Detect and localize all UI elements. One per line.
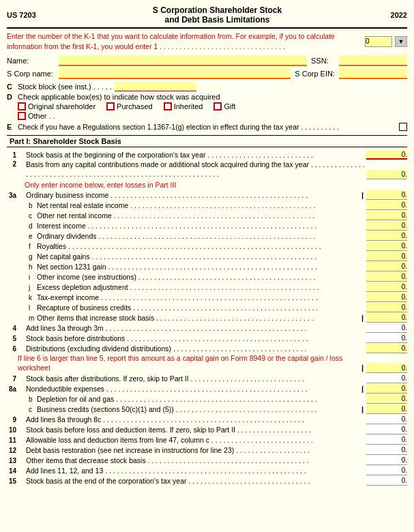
k1-number-input[interactable] [365, 36, 392, 47]
row-3a-input[interactable] [366, 190, 407, 200]
row-8b-input[interactable] [366, 394, 407, 404]
row-9-num: 9 [7, 416, 16, 424]
scorp-name-input[interactable] [59, 68, 291, 79]
row-3b-sub: b [29, 202, 35, 209]
row-3k-input[interactable] [366, 293, 407, 302]
row-3m-pipe: | [361, 314, 364, 322]
row-3l-input[interactable] [366, 303, 407, 312]
row-8b: b Depletion for oil and gas . . . . . . … [18, 394, 407, 404]
row-15-label: Stock basis at the end of the corporatio… [26, 477, 365, 486]
row-6-input[interactable] [366, 344, 407, 353]
row-3f: f Royalties . . . . . . . . . . . . . . … [18, 241, 407, 251]
row-3j-sub: j [29, 284, 35, 291]
row-3k: k Tax-exempt income . . . . . . . . . . … [18, 293, 407, 302]
checkbox-original-label: Original shareholder [28, 102, 95, 110]
row-10: 10 Stock basis before loss and deduction… [7, 425, 407, 434]
checkbox-other[interactable]: Other . . [18, 112, 55, 120]
checkbox-other-label: Other . . [28, 112, 55, 120]
section-e-text: Check if you have a Regulations section … [18, 123, 396, 131]
row-8c-input[interactable] [366, 404, 407, 414]
capital-gain-input[interactable] [366, 364, 407, 373]
row-15-num: 15 [7, 477, 16, 485]
row-3e-sub: e [29, 233, 35, 240]
row-3i-input[interactable] [366, 272, 407, 282]
row-8c-sub: c [29, 406, 35, 413]
income-notice-row: Only enter income below, enter losses in… [25, 180, 407, 190]
row-3m: m Other items that increase stock basis … [18, 313, 407, 323]
section-d-label: D [7, 93, 15, 101]
row-7-input[interactable] [366, 374, 407, 383]
section-c-label: C [7, 83, 15, 91]
row-2: 2 Basis from any capital contributions m… [7, 160, 407, 179]
row-3h-input[interactable] [366, 262, 407, 271]
row-9-input[interactable] [366, 415, 407, 424]
row-1-num: 1 [7, 151, 16, 159]
row-14-input[interactable] [366, 466, 407, 475]
checkbox-original-box[interactable] [18, 102, 26, 110]
row-3l-label: Recapture of business credits . . . . . … [37, 304, 365, 312]
section-e-label: E [7, 123, 15, 131]
row-3j-input[interactable] [366, 282, 407, 292]
row-1-input[interactable] [366, 150, 407, 160]
row-1-label: Stock basis at the beginning of the corp… [26, 151, 365, 160]
row-3g-input[interactable] [366, 252, 407, 261]
row-10-input[interactable] [366, 425, 407, 434]
row-3l: l Recapture of business credits . . . . … [18, 303, 407, 312]
row-3e-input[interactable] [366, 231, 407, 241]
row-3j: j Excess depletion adjustment . . . . . … [18, 282, 407, 292]
row-4-input[interactable] [366, 323, 407, 333]
section-e-checkbox[interactable] [399, 123, 407, 131]
scorp-name-row: S Corp name: S Corp EIN: [7, 68, 407, 79]
row-3a-num: 3a [7, 192, 16, 199]
row-3a: 3a Ordinary business income . . . . . . … [7, 190, 407, 200]
row-3h-label: Net section 1231 gain . . . . . . . . . … [37, 263, 365, 271]
checkbox-gift-box[interactable] [213, 102, 222, 110]
checkbox-original[interactable]: Original shareholder [18, 102, 95, 110]
part1-header: Part I: Shareholder Stock Basis [7, 135, 407, 147]
row-14-label: Add lines 11, 12, and 13 . . . . . . . .… [26, 467, 365, 475]
row-5: 5 Stock basis before distributions . . .… [7, 334, 407, 343]
row-2-input[interactable] [366, 170, 407, 179]
form-title: S Corporation Shareholder Stock and Debt… [55, 5, 380, 25]
row-2-num: 2 [7, 160, 16, 168]
row-3f-sub: f [29, 243, 35, 250]
row-13-input[interactable] [366, 456, 407, 465]
row-4-num: 4 [7, 325, 16, 332]
row-8a-input[interactable] [366, 384, 407, 394]
row-5-input[interactable] [366, 334, 407, 343]
name-input[interactable] [59, 55, 307, 66]
row-7-label: Stock basis after distributions. If zero… [26, 374, 365, 383]
row-5-label: Stock basis before distributions . . . .… [26, 334, 365, 343]
checkbox-inherited[interactable]: Inherited [164, 102, 203, 110]
checkbox-other-box[interactable] [18, 112, 26, 120]
row-6-label: Distributions (excluding dividend distri… [26, 344, 365, 353]
row-3m-input[interactable] [366, 313, 407, 323]
row-3e: e Ordinary dividends . . . . . . . . . .… [18, 231, 407, 241]
row-3f-input[interactable] [366, 241, 407, 251]
row-8b-label: Depletion for oil and gas . . . . . . . … [37, 395, 365, 404]
row-3h: h Net section 1231 gain . . . . . . . . … [18, 262, 407, 271]
scorp-ein-input[interactable] [339, 68, 407, 79]
stock-block-input[interactable] [115, 82, 196, 91]
row-8c-label: Business credits (sections 50(c)(1) and … [37, 405, 360, 414]
income-notice-text: Only enter income below, enter losses in… [25, 181, 176, 189]
row-3d-input[interactable] [366, 221, 407, 231]
row-11-input[interactable] [366, 435, 407, 445]
row-8c-pipe: | [361, 405, 364, 413]
row-8a-label: Nondeductible expenses . . . . . . . . .… [26, 385, 360, 394]
row-3g: g Net capital gains . . . . . . . . . . … [18, 252, 407, 261]
section-c-row: C Stock block (see inst.) . . . . . [7, 82, 407, 91]
k1-button[interactable]: ▼ [395, 36, 407, 47]
ssn-input[interactable] [339, 55, 407, 66]
checkbox-inherited-box[interactable] [164, 102, 172, 110]
row-12-input[interactable] [366, 445, 407, 455]
row-3b: b Net rental real estate income . . . . … [18, 201, 407, 210]
checkbox-other-row: Other . . [18, 112, 407, 120]
checkbox-purchased-box[interactable] [106, 102, 115, 110]
checkbox-gift[interactable]: Gift [213, 102, 235, 110]
row-15-input[interactable] [366, 476, 407, 486]
row-7-num: 7 [7, 375, 16, 383]
row-3c-input[interactable] [366, 211, 407, 220]
row-3b-input[interactable] [366, 201, 407, 210]
checkbox-purchased[interactable]: Purchased [106, 102, 153, 110]
